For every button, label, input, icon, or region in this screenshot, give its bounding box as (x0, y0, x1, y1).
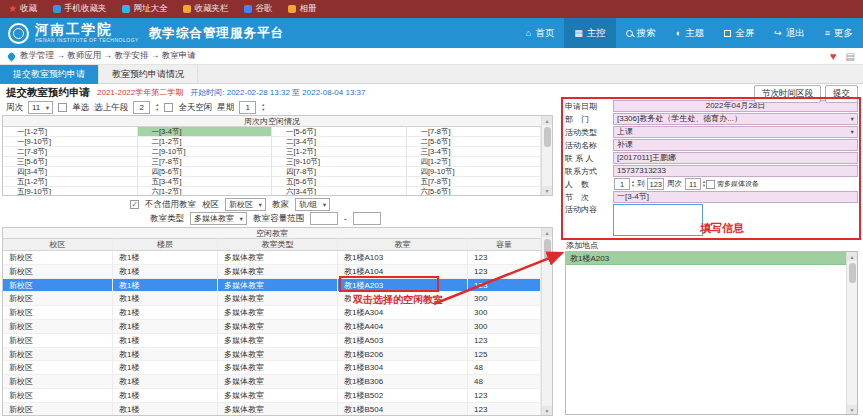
nav-item-fullscreen[interactable]: 全屏 (714, 18, 764, 48)
spin-down-icon[interactable]: ▼ (631, 184, 635, 189)
activity-content-textarea[interactable] (613, 204, 703, 236)
people-from-input[interactable]: 1 (614, 178, 630, 190)
tab-submit-reservation[interactable]: 提交教室预约申请 (0, 65, 99, 84)
slot-cell[interactable]: 一[9-10节] (3, 137, 138, 147)
slot-cell[interactable]: 三[3-4节] (407, 147, 542, 157)
bookmark-item-google[interactable]: 谷歌 (244, 3, 272, 15)
week-select[interactable]: 11 (28, 101, 53, 114)
room-row[interactable]: 新校区教1楼多媒体教室教1楼B30448 (3, 361, 541, 375)
nav-item-logout[interactable]: ↪退出 (764, 18, 815, 48)
nav-item-home[interactable]: ⌂首页 (516, 18, 564, 48)
room-row[interactable]: 新校区教1楼多媒体教室教1楼A204300 (3, 292, 541, 306)
scroll-thumb[interactable] (544, 239, 551, 259)
location-item[interactable]: 教1楼A203 (566, 252, 846, 265)
room-row[interactable]: 新校区教1楼多媒体教室教1楼B206125 (3, 348, 541, 362)
slot-cell[interactable]: 二[7-8节] (3, 147, 138, 157)
period-time-button[interactable]: 节次时间区段 (754, 85, 821, 103)
slot-cell[interactable]: 一[7-8节] (407, 127, 542, 137)
media-equipment-checkbox[interactable] (706, 180, 715, 189)
bookmark-item-albums[interactable]: 相册 (288, 3, 316, 15)
slot-cell[interactable]: 六[3-4节] (272, 187, 407, 195)
room-mode-select[interactable]: 轨/组 (295, 198, 330, 211)
favorite-heart-icon[interactable]: ♥ (830, 50, 837, 62)
location-list-scrollbar[interactable]: ▲ ▼ (846, 252, 857, 414)
slot-cell[interactable]: 六[1-2节] (138, 187, 273, 195)
scroll-down-icon[interactable]: ▼ (847, 405, 857, 414)
breadcrumb-menu-icon[interactable]: ▤ (846, 51, 855, 62)
slot-cell[interactable]: 五[3-4节] (138, 177, 273, 187)
slot-table-scrollbar[interactable]: ▲ ▼ (541, 116, 552, 195)
period-field[interactable]: 一[3-4节] (613, 191, 858, 203)
scroll-up-icon[interactable]: ▲ (542, 228, 552, 237)
nav-item-dashboard[interactable]: ▦主控 (564, 18, 616, 48)
room-table-scrollbar[interactable]: ▲ ▼ (541, 228, 552, 415)
scroll-down-icon[interactable]: ▼ (542, 406, 552, 415)
slot-cell[interactable]: 二[9-10节] (138, 147, 273, 157)
slot-cell[interactable]: 三[5-6节] (3, 157, 138, 167)
slot-cell[interactable]: 四[1-2节] (407, 157, 542, 167)
scroll-track[interactable] (847, 261, 857, 405)
room-row[interactable]: 新校区教1楼多媒体教室教1楼B504123 (3, 403, 541, 415)
people-from-spinner[interactable]: ▲▼ (631, 180, 635, 189)
slot-cell[interactable]: 一[1-2节] (3, 127, 138, 137)
slot-cell[interactable]: 五[5-6节] (272, 177, 407, 187)
contact-input[interactable]: [2017011]王鹏娜 (613, 152, 858, 164)
bookmark-item-site-directory[interactable]: 网址大全 (122, 3, 167, 15)
room-row[interactable]: 新校区教1楼多媒体教室教1楼B502123 (3, 389, 541, 403)
slot-cell[interactable]: 三[1-2节] (272, 147, 407, 157)
scroll-down-icon[interactable]: ▼ (542, 186, 552, 195)
slot-cell[interactable]: 三[9-10节] (272, 157, 407, 167)
bookmark-item-mobile-favorites[interactable]: 手机收藏夹 (53, 3, 107, 15)
room-row[interactable]: 新校区教1楼多媒体教室教1楼A103123 (3, 251, 541, 265)
slot-cell[interactable]: 二[1-2节] (138, 137, 273, 147)
exclude-borrowed-checkbox[interactable] (130, 200, 139, 209)
spin-down-icon[interactable]: ▼ (155, 108, 159, 113)
slot-cell[interactable]: 四[3-4节] (3, 167, 138, 177)
bookmark-item-bookmarks-bar[interactable]: 收藏夹栏 (183, 3, 228, 15)
spin-down-icon[interactable]: ▼ (261, 108, 265, 113)
slot-cell[interactable]: 四[5-6节] (138, 167, 273, 177)
slot-cell[interactable]: 四[9-10节] (407, 167, 542, 177)
room-row[interactable]: 新校区教1楼多媒体教室教1楼A404300 (3, 320, 541, 334)
weekday-spinner[interactable]: ▲▼ (261, 103, 265, 112)
room-row[interactable]: 新校区教1楼多媒体教室教1楼A104123 (3, 265, 541, 279)
slot-cell[interactable]: 二[5-6节] (407, 137, 542, 147)
slot-cell[interactable]: 五[1-2节] (3, 177, 138, 187)
scroll-track[interactable] (542, 125, 552, 186)
slot-cell[interactable]: 二[3-4节] (272, 137, 407, 147)
submit-button[interactable]: 提交 (825, 85, 858, 103)
slot-cell[interactable]: 三[7-8节] (138, 157, 273, 167)
people-to-input[interactable]: 123 (647, 178, 664, 190)
slot-cell[interactable]: 一[3-4节] (138, 127, 273, 137)
activity-type-select[interactable]: 上课 (613, 126, 858, 138)
slot-cell[interactable]: 一[5-6节] (272, 127, 407, 137)
scroll-track[interactable] (542, 237, 552, 406)
slot-cell[interactable]: 四[7-8节] (272, 167, 407, 177)
scroll-up-icon[interactable]: ▲ (542, 116, 552, 125)
campus-select[interactable]: 新校区 (225, 198, 266, 211)
nav-item-more[interactable]: ≡更多 (815, 18, 863, 48)
bookmark-item-favorites[interactable]: ★收藏 (8, 3, 37, 15)
scroll-thumb[interactable] (849, 263, 856, 283)
room-row[interactable]: 新校区教1楼多媒体教室教1楼A304300 (3, 306, 541, 320)
scroll-up-icon[interactable]: ▲ (847, 252, 857, 261)
slot-cell[interactable]: 五[7-8节] (407, 177, 542, 187)
slot-cell[interactable]: 六[5-6节] (407, 187, 542, 195)
morning-input[interactable]: 2 (133, 101, 150, 114)
weekday-input[interactable]: 1 (239, 101, 256, 114)
morning-spinner[interactable]: ▲▼ (155, 103, 159, 112)
single-select-checkbox[interactable] (58, 103, 67, 112)
phone-input[interactable]: 15737313233 (613, 165, 858, 177)
department-select[interactable]: [3306]教务处（学生处、德育办...） (613, 113, 858, 125)
room-row[interactable]: 新校区教1楼多媒体教室教1楼A503123 (3, 334, 541, 348)
scroll-thumb[interactable] (544, 127, 551, 147)
tab-reservation-status[interactable]: 教室预约申请情况 (99, 65, 198, 84)
capacity-max-input[interactable] (353, 212, 381, 225)
form-week-input[interactable]: 11 (685, 178, 701, 190)
capacity-min-input[interactable] (310, 212, 338, 225)
room-type-select[interactable]: 多媒体教室 (190, 212, 247, 225)
room-row[interactable]: 新校区教1楼多媒体教室教1楼B30648 (3, 375, 541, 389)
nav-item-theme[interactable]: ◐主题 (666, 18, 714, 48)
room-row[interactable]: 新校区教1楼多媒体教室教1楼A203123 (3, 279, 541, 293)
slot-cell[interactable]: 五[9-10节] (3, 187, 138, 195)
